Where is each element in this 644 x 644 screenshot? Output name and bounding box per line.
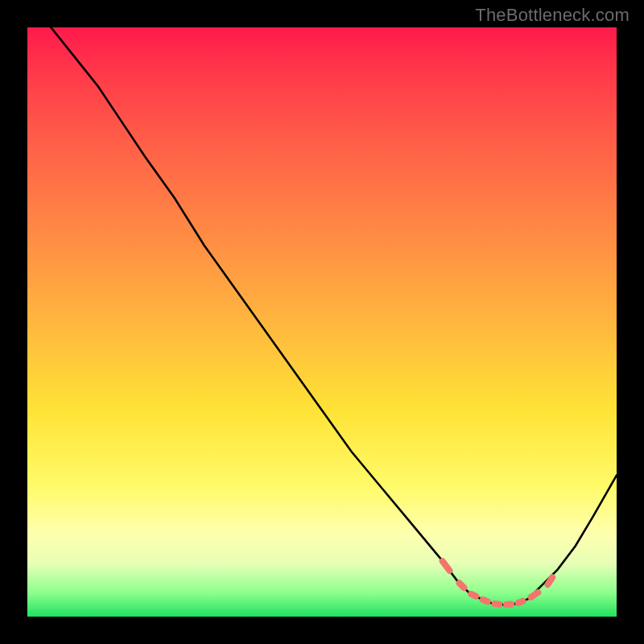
optimal-dash — [531, 592, 539, 597]
optimal-dash — [443, 561, 450, 571]
plot-area — [27, 27, 617, 617]
optimal-dash — [495, 604, 500, 605]
mismatch-curve — [27, 27, 617, 605]
optimal-dash — [460, 583, 464, 588]
curve-layer — [27, 27, 617, 617]
optimal-dash — [518, 601, 523, 603]
optimal-region-dashes — [443, 561, 553, 605]
optimal-dash — [547, 577, 552, 584]
optimal-dash — [483, 600, 488, 601]
attribution-text: TheBottleneck.com — [475, 5, 630, 26]
optimal-dash — [506, 605, 511, 605]
chart-frame: TheBottleneck.com — [0, 0, 644, 644]
optimal-dash — [471, 594, 476, 597]
